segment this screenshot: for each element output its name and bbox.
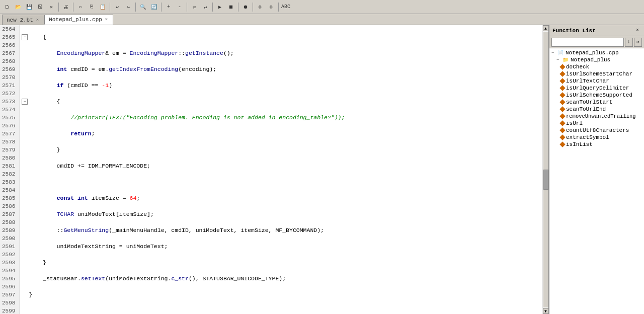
- line-numbers: 2564 2565 2566 2567 2568 2569 2570 2571 …: [0, 25, 20, 314]
- code-line-2568: − {: [22, 98, 542, 106]
- fl-func-label-isUrlTextChar: isUrlTextChar: [566, 78, 609, 84]
- tb-wrap[interactable]: ↵: [200, 2, 210, 12]
- sep1: [58, 3, 59, 12]
- tb-undo[interactable]: ↩: [112, 2, 122, 12]
- fl-func-icon-isInList: [559, 141, 565, 147]
- fl-file-label: Notepad_plus.cpp: [566, 50, 619, 56]
- scroll-thumb[interactable]: [543, 170, 548, 190]
- tb-zoomout[interactable]: -: [175, 2, 185, 12]
- scroll-down[interactable]: ▼: [543, 308, 549, 314]
- tb-paste[interactable]: 📋: [98, 2, 108, 12]
- fl-func-icon-isUrlSchemeSupported: [559, 92, 565, 98]
- fl-func-isInList[interactable]: isInList: [549, 141, 644, 148]
- fl-func-icon-isUrlTextChar: [559, 78, 565, 84]
- sep3: [110, 3, 110, 12]
- fl-func-label-isUrlQueryDelimiter: isUrlQueryDelimiter: [566, 85, 629, 91]
- fl-reload-button[interactable]: ↺: [634, 38, 642, 47]
- sep4: [135, 3, 136, 12]
- fl-func-removeUnwantedTrailing[interactable]: removeUnwantedTrailing: [549, 113, 644, 120]
- fl-func-label-isInList: isInList: [566, 141, 593, 147]
- tab-new2bt-label: new 2.bt: [7, 17, 33, 23]
- fl-func-label-countUtf8Characters: countUtf8Characters: [566, 127, 629, 133]
- fl-func-icon-scanToUrlStart: [559, 99, 565, 105]
- tb-run[interactable]: ▶: [215, 2, 225, 12]
- fl-toolbar: ↕ ↺: [549, 36, 644, 48]
- code-line-2566: int cmdID = em.getIndexFromEncoding(enco…: [22, 65, 542, 73]
- tb-cut[interactable]: ✂: [75, 2, 86, 12]
- tb-open[interactable]: 📂: [13, 2, 23, 12]
- code-line-2569: //printStr(TEXT("Encoding problem. Encod…: [22, 114, 542, 122]
- fl-func-scanToUrlStart[interactable]: scanToUrlStart: [549, 99, 644, 106]
- code-editor[interactable]: 2564 2565 2566 2567 2568 2569 2570 2571 …: [0, 25, 548, 314]
- fl-tree: − 📄 Notepad_plus.cpp − 📁 Notepad_plus do…: [549, 48, 644, 314]
- tb-copy[interactable]: ⎘: [87, 2, 97, 12]
- fl-func-countUtf8Characters[interactable]: countUtf8Characters: [549, 127, 644, 134]
- tb-synch[interactable]: ⇌: [189, 2, 199, 12]
- code-line-2572: cmdID += IDM_FORMAT_ENCODE;: [22, 162, 542, 170]
- toolbar: 🗋 📂 💾 🖫 ✕ 🖨 ✂ ⎘ 📋 ↩ ↪ 🔍 🔄 + - ⇌ ↵ ▶ ⏹ ⏺ …: [0, 0, 644, 14]
- tb-print[interactable]: 🖨: [61, 2, 71, 12]
- tabbar: new 2.bt × Notepad_plus.cpp ×: [0, 14, 644, 25]
- main-area: 2564 2565 2566 2567 2568 2569 2570 2571 …: [0, 25, 644, 314]
- fl-func-isUrlTextChar[interactable]: isUrlTextChar: [549, 77, 644, 85]
- tb-spell[interactable]: ABC: [281, 2, 291, 12]
- code-line-2571: }: [22, 146, 542, 154]
- fl-func-icon-removeUnwantedTrailing: [559, 113, 565, 119]
- tb-settings[interactable]: ⚙: [266, 2, 276, 12]
- fl-func-isUrl[interactable]: isUrl: [549, 120, 644, 127]
- tab-new2bt-close[interactable]: ×: [35, 17, 40, 23]
- tb-macro[interactable]: ⏺: [240, 2, 251, 12]
- fold-btn-2568[interactable]: −: [22, 99, 28, 105]
- code-content[interactable]: − { EncodingMapper& em = EncodingMapper:…: [20, 25, 542, 314]
- code-line-2577: uniModeTextString = uniModeText;: [22, 243, 542, 251]
- tb-stop[interactable]: ⏹: [226, 2, 236, 12]
- fl-func-label-isUrlSchemeSupported: isUrlSchemeSupported: [566, 92, 632, 98]
- tb-new[interactable]: 🗋: [2, 2, 12, 12]
- fl-close-button[interactable]: ×: [634, 27, 641, 34]
- fl-func-isUrlSchemeSupported[interactable]: isUrlSchemeSupported: [549, 92, 644, 99]
- code-line-2576: ::GetMenuString(_mainMenuHandle, cmdID, …: [22, 226, 542, 234]
- code-line-2575: TCHAR uniModeText[itemSize];: [22, 210, 542, 218]
- fl-func-label-scanToUrlStart: scanToUrlStart: [566, 99, 612, 105]
- scroll-track[interactable]: [543, 32, 548, 307]
- fl-expand-file: −: [551, 50, 556, 55]
- fl-sort-button[interactable]: ↕: [625, 38, 633, 47]
- fl-func-label-extractSymbol: extractSymbol: [566, 134, 609, 140]
- editor-scrollbar[interactable]: ▲ ▼: [542, 25, 548, 314]
- fl-func-extractSymbol[interactable]: extractSymbol: [549, 134, 644, 141]
- tb-close[interactable]: ✕: [46, 2, 56, 12]
- fl-folder-node[interactable]: − 📁 Notepad_plus: [549, 56, 644, 63]
- sep8: [238, 3, 238, 12]
- sep7: [212, 3, 213, 12]
- fl-file-node[interactable]: − 📄 Notepad_plus.cpp: [549, 49, 644, 56]
- tb-saveall[interactable]: 🖫: [35, 2, 45, 12]
- tb-plugin[interactable]: ⚙: [255, 2, 265, 12]
- tb-redo[interactable]: ↪: [123, 2, 133, 12]
- fold-btn-2564[interactable]: −: [22, 34, 28, 40]
- fl-func-icon-isUrlQueryDelimiter: [559, 85, 565, 91]
- scroll-up[interactable]: ▲: [543, 25, 549, 31]
- tab-notepadpluscpp-close[interactable]: ×: [104, 17, 109, 23]
- fl-func-icon-doCheck: [559, 64, 565, 69]
- tb-save[interactable]: 💾: [24, 2, 34, 12]
- fl-func-scanToUrlEnd[interactable]: scanToUrlEnd: [549, 106, 644, 113]
- fl-search-input[interactable]: [551, 38, 624, 47]
- tb-zoomin[interactable]: +: [164, 2, 174, 12]
- fl-title: Function List: [552, 28, 596, 34]
- tab-notepadpluscpp[interactable]: Notepad_plus.cpp ×: [44, 15, 113, 25]
- fl-func-isUrlQueryDelimiter[interactable]: isUrlQueryDelimiter: [549, 85, 644, 92]
- function-list-panel: Function List × ↕ ↺ − 📄 Notepad_plus.cpp…: [548, 25, 644, 314]
- fl-func-isUrlSchemeStartChar[interactable]: isUrlSchemeStartChar: [549, 70, 644, 77]
- fl-func-label-isUrl: isUrl: [566, 120, 583, 126]
- fl-func-label-doCheck: doCheck: [566, 64, 589, 70]
- tab-notepadpluscpp-label: Notepad_plus.cpp: [49, 17, 102, 23]
- tb-replace[interactable]: 🔄: [149, 2, 159, 12]
- code-line-2564: − {: [22, 33, 542, 41]
- tab-new2bt[interactable]: new 2.bt ×: [2, 15, 44, 25]
- code-line-2574: const int itemSize = 64;: [22, 194, 542, 202]
- code-line-2567: if (cmdID == -1): [22, 82, 542, 90]
- fl-func-label-removeUnwantedTrailing: removeUnwantedTrailing: [566, 113, 636, 119]
- fl-func-doCheck[interactable]: doCheck: [549, 63, 644, 70]
- fl-func-icon-isUrl: [559, 120, 565, 126]
- tb-find[interactable]: 🔍: [138, 2, 148, 12]
